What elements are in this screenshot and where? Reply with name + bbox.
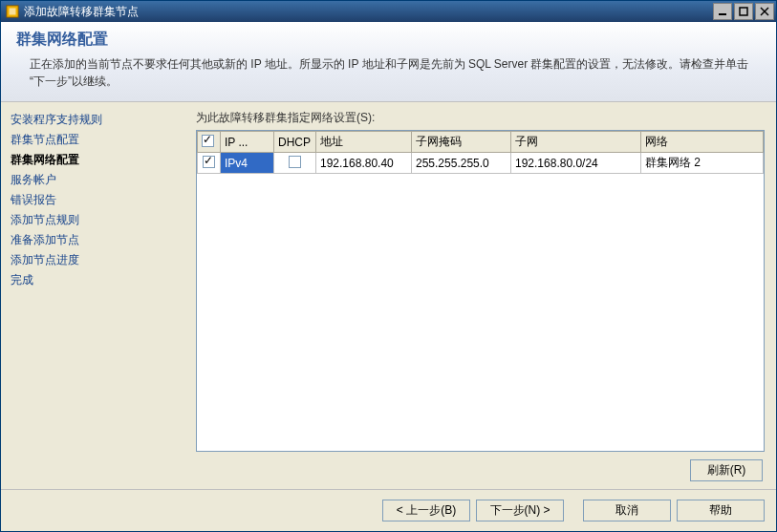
header-check-icon[interactable] — [202, 135, 214, 147]
help-button[interactable]: 帮助 — [677, 500, 765, 521]
below-grid: 刷新(R) — [196, 452, 765, 481]
titlebar: 添加故障转移群集节点 — [1, 1, 776, 22]
row-check-icon[interactable] — [203, 156, 215, 168]
page-description: 正在添加的当前节点不要求任何其他或新的 IP 地址。所显示的 IP 地址和子网是… — [14, 55, 763, 92]
cancel-button[interactable]: 取消 — [583, 500, 671, 521]
sidebar-item-error-report[interactable]: 错误报告 — [11, 190, 192, 210]
col-header-addr[interactable]: 地址 — [316, 132, 412, 153]
col-header-ip[interactable]: IP ... — [221, 132, 274, 153]
page-title: 群集网络配置 — [16, 30, 763, 50]
header-area: 群集网络配置 正在添加的当前节点不要求任何其他或新的 IP 地址。所显示的 IP… — [1, 22, 776, 102]
sidebar-item-add-node-progress[interactable]: 添加节点进度 — [11, 250, 192, 270]
window-control-buttons — [713, 3, 774, 20]
row-network-cell: 群集网络 2 — [641, 153, 764, 174]
sidebar-item-node-config[interactable]: 群集节点配置 — [11, 130, 192, 150]
close-button[interactable] — [755, 3, 774, 20]
row-subnet-cell: 192.168.80.0/24 — [511, 153, 641, 174]
instruction-label: 为此故障转移群集指定网络设置(S): — [196, 110, 765, 126]
svg-rect-2 — [719, 13, 726, 15]
row-addr-cell: 192.168.80.40 — [316, 153, 412, 174]
network-grid: IP ... DHCP 地址 子网掩码 子网 网络 IPv4 — [196, 130, 765, 452]
sidebar-item-add-node-rules[interactable]: 添加节点规则 — [11, 210, 192, 230]
back-button[interactable]: < 上一步(B) — [382, 500, 470, 521]
wizard-footer: < 上一步(B) 下一步(N) > 取消 帮助 — [1, 489, 776, 531]
window-root: 添加故障转移群集节点 群集网络配置 正在添加的当前节点不要求任何其他或新的 IP… — [0, 0, 777, 532]
svg-rect-3 — [740, 8, 747, 15]
col-header-subnet[interactable]: 子网 — [511, 132, 641, 153]
table-row[interactable]: IPv4 192.168.80.40 255.255.255.0 192.168… — [198, 153, 764, 174]
footer-spacer — [570, 500, 577, 521]
window-title: 添加故障转移群集节点 — [24, 4, 713, 20]
table-header-row: IP ... DHCP 地址 子网掩码 子网 网络 — [198, 132, 764, 153]
wizard-sidebar: 安装程序支持规则 群集节点配置 群集网络配置 服务帐户 错误报告 添加节点规则 … — [1, 102, 192, 489]
body-area: 安装程序支持规则 群集节点配置 群集网络配置 服务帐户 错误报告 添加节点规则 … — [1, 102, 776, 489]
refresh-button[interactable]: 刷新(R) — [690, 459, 763, 481]
next-button[interactable]: 下一步(N) > — [476, 500, 564, 521]
svg-rect-1 — [10, 9, 16, 15]
main-panel: 为此故障转移群集指定网络设置(S): IP ... DHCP 地址 子网掩码 子 — [192, 102, 776, 489]
sidebar-item-install-rules[interactable]: 安装程序支持规则 — [11, 110, 192, 130]
col-header-network[interactable]: 网络 — [641, 132, 764, 153]
maximize-button[interactable] — [734, 3, 753, 20]
row-mask-cell: 255.255.255.0 — [412, 153, 511, 174]
sidebar-item-prepare-add-node[interactable]: 准备添加节点 — [11, 230, 192, 250]
minimize-button[interactable] — [713, 3, 732, 20]
sidebar-item-network-config[interactable]: 群集网络配置 — [11, 150, 192, 170]
col-header-check[interactable] — [198, 132, 221, 153]
sidebar-item-complete[interactable]: 完成 — [11, 270, 192, 290]
row-dhcp-cell[interactable] — [274, 153, 316, 174]
row-check-cell[interactable] — [198, 153, 221, 174]
app-icon — [5, 4, 20, 19]
sidebar-item-service-account[interactable]: 服务帐户 — [11, 170, 192, 190]
col-header-mask[interactable]: 子网掩码 — [412, 132, 511, 153]
network-table: IP ... DHCP 地址 子网掩码 子网 网络 IPv4 — [197, 131, 764, 174]
row-dhcp-check-icon[interactable] — [289, 156, 301, 168]
col-header-dhcp[interactable]: DHCP — [274, 132, 316, 153]
row-ip-cell: IPv4 — [221, 153, 274, 174]
